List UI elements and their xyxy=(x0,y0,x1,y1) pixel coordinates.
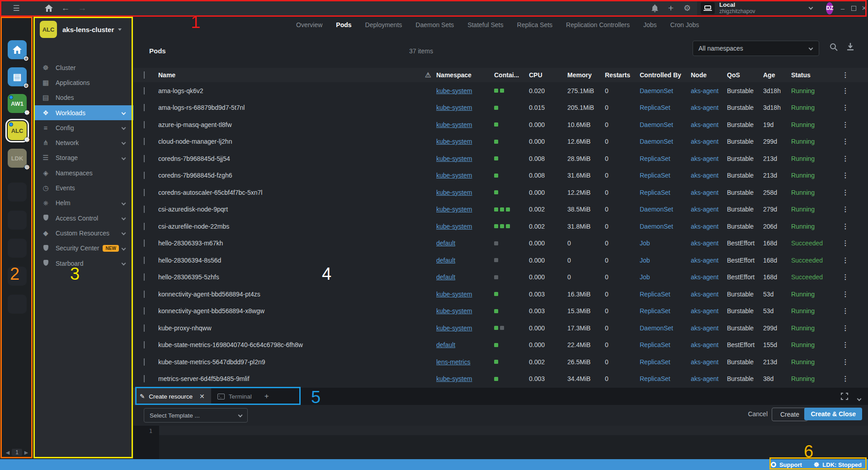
kebab-menu-icon[interactable]: ⋮ xyxy=(842,103,849,111)
row-checkbox[interactable] xyxy=(144,324,145,332)
hotbar-item-home[interactable]: ⚙ xyxy=(8,40,27,59)
column-header-namespace[interactable]: Namespace xyxy=(436,71,494,79)
node-link[interactable]: aks-agent xyxy=(691,121,727,128)
namespace-link[interactable]: kube-system xyxy=(436,121,472,128)
sidebar-item-nodes[interactable]: ▤Nodes xyxy=(34,90,133,105)
node-link[interactable]: aks-agent xyxy=(691,104,727,111)
controlled-by-link[interactable]: ReplicaSet xyxy=(640,155,691,162)
maximize-dock-icon[interactable] xyxy=(841,393,848,400)
kebab-menu-icon[interactable]: ⋮ xyxy=(842,358,849,366)
dock-tab-terminal[interactable]: ›_Terminal xyxy=(211,388,258,405)
controlled-by-link[interactable]: DaemonSet xyxy=(640,138,691,145)
pager-next-icon[interactable]: ▶ xyxy=(24,450,28,456)
controlled-by-link[interactable]: ReplicaSet xyxy=(640,341,691,348)
column-header-check[interactable] xyxy=(144,71,158,79)
forward-arrow-icon[interactable]: → xyxy=(77,0,88,16)
sidebar-item-custom-resources[interactable]: ◆Custom Resources xyxy=(34,226,133,240)
statusbar-item-support[interactable]: Support xyxy=(771,461,802,468)
kebab-menu-icon[interactable]: ⋮ xyxy=(842,290,849,298)
sidebar-item-storage[interactable]: ☰Storage xyxy=(34,150,133,165)
tab-replica-sets[interactable]: Replica Sets xyxy=(517,21,553,28)
row-checkbox[interactable] xyxy=(144,273,145,281)
namespace-link[interactable]: kube-system xyxy=(436,87,472,94)
node-link[interactable]: aks-agent xyxy=(691,172,727,179)
table-row[interactable]: cloud-node-manager-lj2hnkube-system0.000… xyxy=(133,133,868,150)
table-row[interactable]: hello-28306393-m67khdefault0.00000Jobaks… xyxy=(133,235,868,252)
controlled-by-link[interactable]: ReplicaSet xyxy=(640,189,691,196)
controlled-by-link[interactable]: ReplicaSet xyxy=(640,172,691,179)
node-link[interactable]: aks-agent xyxy=(691,155,727,162)
kebab-menu-icon[interactable]: ⋮ xyxy=(842,121,849,128)
column-header-controlled_by[interactable]: Controlled By xyxy=(640,71,691,79)
column-header-restarts[interactable]: Restarts xyxy=(605,71,640,79)
table-row[interactable]: kube-proxy-nhqwwkube-system0.00017.3MiB0… xyxy=(133,320,868,337)
namespace-filter-select[interactable]: All namespaces xyxy=(693,41,819,56)
namespace-link[interactable]: default xyxy=(436,273,455,281)
user-avatar[interactable]: DZ xyxy=(826,2,833,14)
table-row[interactable]: csi-azuredisk-node-9pqrtkube-system0.002… xyxy=(133,201,868,218)
namespace-link[interactable]: lens-metrics xyxy=(436,358,470,366)
sidebar-item-security-center[interactable]: Security CenterNEW xyxy=(34,241,133,256)
kebab-menu-icon[interactable]: ⋮ xyxy=(842,87,849,94)
column-header-status[interactable]: Status xyxy=(791,71,834,79)
download-icon[interactable] xyxy=(847,43,854,51)
tab-pods[interactable]: Pods xyxy=(336,21,351,28)
kebab-menu-icon[interactable]: ⋮ xyxy=(842,137,849,145)
sidebar-item-helm[interactable]: ⎈Helm xyxy=(34,196,133,211)
create-and-close-button[interactable]: Create & Close xyxy=(804,408,862,420)
hotbar-item-ldk[interactable]: LDK☸ xyxy=(8,149,27,168)
tab-stateful-sets[interactable]: Stateful Sets xyxy=(467,21,503,28)
node-link[interactable]: aks-agent xyxy=(691,206,727,213)
window-maximize-button[interactable] xyxy=(850,5,858,12)
controlled-by-link[interactable]: Job xyxy=(640,257,691,264)
namespace-link[interactable]: kube-system xyxy=(436,104,472,111)
row-checkbox[interactable] xyxy=(144,104,145,111)
tab-jobs[interactable]: Jobs xyxy=(643,21,657,28)
row-checkbox[interactable] xyxy=(144,341,145,348)
statusbar-item-ldk-stopped[interactable]: ☸LDK: Stopped xyxy=(814,461,862,468)
table-row[interactable]: metrics-server-6d4f5b9485-9mlifkube-syst… xyxy=(133,371,868,388)
namespace-link[interactable]: kube-system xyxy=(436,223,472,230)
node-link[interactable]: aks-agent xyxy=(691,240,727,247)
table-row[interactable]: kube-state-metrics-5647dbdd97-pl2n9lens-… xyxy=(133,353,868,371)
row-checkbox[interactable] xyxy=(144,155,145,162)
notifications-bell-icon[interactable] xyxy=(649,0,660,16)
row-checkbox[interactable] xyxy=(144,358,145,366)
column-header-name[interactable]: Name xyxy=(158,71,425,79)
row-checkbox[interactable] xyxy=(144,87,145,94)
table-row[interactable]: coredns-autoscaler-65cbf4f7bc-5xn7lkube-… xyxy=(133,184,868,201)
controlled-by-link[interactable]: Job xyxy=(640,273,691,281)
namespace-link[interactable]: default xyxy=(436,240,455,247)
node-link[interactable]: aks-agent xyxy=(691,375,727,382)
node-link[interactable]: aks-agent xyxy=(691,307,727,315)
table-row[interactable]: konnectivity-agent-bbd568894-x8wgwkube-s… xyxy=(133,303,868,320)
table-row[interactable]: csi-azurefile-node-22mbskube-system0.002… xyxy=(133,218,868,235)
column-header-memory[interactable]: Memory xyxy=(567,71,605,79)
controlled-by-link[interactable]: Job xyxy=(640,240,691,247)
table-row[interactable]: azure-ip-masq-agent-tl8fwkube-system0.00… xyxy=(133,116,868,133)
tab-overview[interactable]: Overview xyxy=(296,21,322,28)
collapse-dock-chevron-icon[interactable] xyxy=(858,394,861,402)
node-link[interactable]: aks-agent xyxy=(691,341,727,348)
controlled-by-link[interactable]: DaemonSet xyxy=(640,324,691,332)
kebab-menu-icon[interactable]: ⋮ xyxy=(842,155,849,162)
kebab-menu-icon[interactable]: ⋮ xyxy=(842,375,849,382)
sidebar-item-workloads[interactable]: ❖Workloads xyxy=(34,105,133,120)
kebab-menu-icon[interactable]: ⋮ xyxy=(842,273,849,281)
row-checkbox[interactable] xyxy=(144,138,145,145)
kebab-menu-icon[interactable]: ⋮ xyxy=(842,222,849,230)
controlled-by-link[interactable]: DaemonSet xyxy=(640,121,691,128)
table-row[interactable]: coredns-7b968845d-fzgh6kube-system0.0083… xyxy=(133,167,868,184)
hotbar-item-aw1[interactable]: AW1☸ xyxy=(8,94,27,113)
namespace-link[interactable]: kube-system xyxy=(436,291,472,298)
namespace-link[interactable]: kube-system xyxy=(436,138,472,145)
column-header-age[interactable]: Age xyxy=(763,71,791,79)
controlled-by-link[interactable]: ReplicaSet xyxy=(640,358,691,366)
sidebar-item-access-control[interactable]: Access Control xyxy=(34,211,133,226)
row-checkbox[interactable] xyxy=(144,291,145,298)
sidebar-item-starboard[interactable]: Starboard xyxy=(34,256,133,271)
node-link[interactable]: aks-agent xyxy=(691,189,727,196)
table-row[interactable]: coredns-7b968845d-5jj54kube-system0.0082… xyxy=(133,150,868,167)
cluster-switcher[interactable]: Local zhigzhitzhapov xyxy=(697,1,812,14)
table-row[interactable]: konnectivity-agent-bbd568894-pt4zskube-s… xyxy=(133,286,868,303)
